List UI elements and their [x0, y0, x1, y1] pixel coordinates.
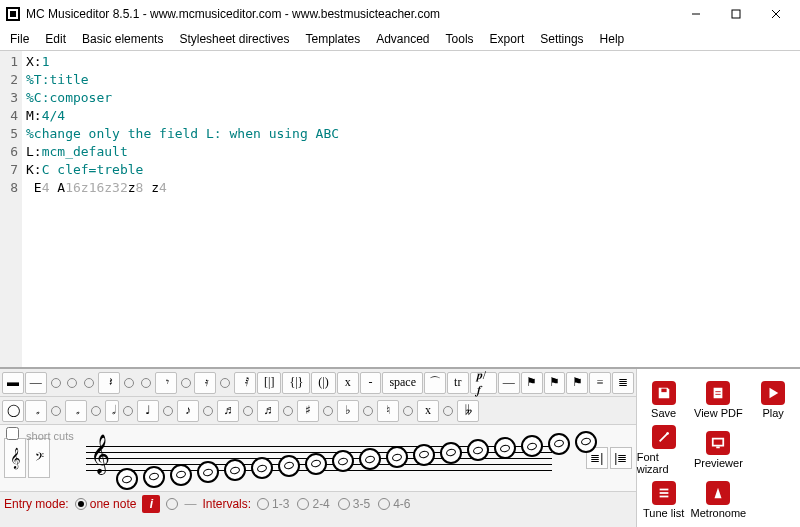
palette-btn-row2-20[interactable]: [400, 400, 416, 422]
palette-btn-row1-1[interactable]: —: [25, 372, 47, 394]
menu-edit[interactable]: Edit: [37, 30, 74, 48]
palette-btn-row2-4[interactable]: [88, 400, 104, 422]
menu-help[interactable]: Help: [592, 30, 633, 48]
code-area[interactable]: X:1%T:title%C:composerM:4/4%change only …: [22, 51, 800, 367]
palette-btn-row2-7[interactable]: ♩: [137, 400, 159, 422]
menu-basic-elements[interactable]: Basic elements: [74, 30, 171, 48]
palette-btn-row2-18[interactable]: [360, 400, 376, 422]
staff-note-9[interactable]: [359, 448, 381, 470]
staff-note-4[interactable]: [224, 459, 246, 481]
palette-btn-row1-15[interactable]: (|): [311, 372, 335, 394]
staff-note-11[interactable]: [413, 444, 435, 466]
palette-btn-row1-6[interactable]: [121, 372, 137, 394]
palette-btn-row2-13[interactable]: ♬: [257, 400, 279, 422]
menu-advanced[interactable]: Advanced: [368, 30, 437, 48]
palette-btn-row2-15[interactable]: ♯: [297, 400, 319, 422]
palette-btn-row1-8[interactable]: 𝄾: [155, 372, 177, 394]
interval-option-4-6[interactable]: 4-6: [378, 497, 410, 511]
palette-btn-row2-1[interactable]: 𝅗: [25, 400, 47, 422]
staff-note-5[interactable]: [251, 457, 273, 479]
fontwizard-button[interactable]: Font wizard: [637, 425, 691, 475]
palette-btn-row1-21[interactable]: 𝆏/𝆑: [470, 372, 497, 394]
palette-btn-row2-17[interactable]: ♭: [337, 400, 359, 422]
palette-btn-row2-23[interactable]: 𝄫: [457, 400, 479, 422]
staff-note-1[interactable]: [143, 466, 165, 488]
menu-file[interactable]: File: [2, 30, 37, 48]
play-button[interactable]: Play: [746, 375, 800, 425]
maximize-button[interactable]: [716, 0, 756, 28]
palette-btn-row2-9[interactable]: ♪: [177, 400, 199, 422]
palette-btn-row1-3[interactable]: [65, 372, 81, 394]
palette-btn-row1-19[interactable]: ⌒: [424, 372, 446, 394]
palette-btn-row1-16[interactable]: x: [337, 372, 359, 394]
staff-layout-button-2[interactable]: |≣: [610, 447, 632, 469]
palette-btn-row1-10[interactable]: 𝄿: [194, 372, 216, 394]
staff-note-10[interactable]: [386, 446, 408, 468]
palette-btn-row1-7[interactable]: [138, 372, 154, 394]
menu-export[interactable]: Export: [482, 30, 533, 48]
staff-note-17[interactable]: [575, 431, 597, 453]
entry-mode-one-note[interactable]: one note: [75, 497, 137, 511]
palette-btn-row2-14[interactable]: [280, 400, 296, 422]
shortcuts-check-input[interactable]: [6, 427, 19, 440]
staff-note-14[interactable]: [494, 437, 516, 459]
interval-option-1-3[interactable]: 1-3: [257, 497, 289, 511]
palette-btn-row2-10[interactable]: [200, 400, 216, 422]
staff[interactable]: 𝄞: [56, 432, 582, 484]
palette-btn-row1-0[interactable]: ▬: [2, 372, 24, 394]
palette-btn-row2-5[interactable]: 𝅗𝅥: [105, 400, 119, 422]
staff-note-3[interactable]: [197, 461, 219, 483]
staff-note-0[interactable]: [116, 468, 138, 490]
palette-btn-row1-23[interactable]: ⚑: [521, 372, 543, 394]
bass-clef-button[interactable]: 𝄢: [28, 438, 50, 478]
staff-note-15[interactable]: [521, 435, 543, 457]
palette-btn-row1-20[interactable]: tr: [447, 372, 469, 394]
palette-btn-row2-6[interactable]: [120, 400, 136, 422]
viewpdf-button[interactable]: View PDF: [691, 375, 747, 425]
menu-settings[interactable]: Settings: [532, 30, 591, 48]
palette-btn-row2-22[interactable]: [440, 400, 456, 422]
palette-btn-row2-3[interactable]: 𝅗: [65, 400, 87, 422]
entry-info-button[interactable]: i: [142, 495, 160, 513]
editor[interactable]: 12345678 X:1%T:title%C:composerM:4/4%cha…: [0, 50, 800, 367]
staff-note-12[interactable]: [440, 442, 462, 464]
palette-btn-row1-22[interactable]: —: [498, 372, 520, 394]
interval-option-3-5[interactable]: 3-5: [338, 497, 370, 511]
palette-btn-row1-13[interactable]: [|]: [257, 372, 281, 394]
tunelist-button[interactable]: Tune list: [637, 475, 691, 525]
palette-btn-row1-11[interactable]: [217, 372, 233, 394]
treble-clef-button[interactable]: 𝄞: [4, 438, 26, 478]
palette-btn-row2-0[interactable]: ◯: [2, 400, 24, 422]
palette-btn-row2-16[interactable]: [320, 400, 336, 422]
palette-btn-row2-11[interactable]: ♬: [217, 400, 239, 422]
palette-btn-row1-9[interactable]: [178, 372, 194, 394]
palette-btn-row1-12[interactable]: 𝅀: [234, 372, 256, 394]
palette-btn-row2-2[interactable]: [48, 400, 64, 422]
palette-btn-row1-24[interactable]: ⚑: [544, 372, 566, 394]
save-button[interactable]: Save: [637, 375, 691, 425]
palette-btn-row1-14[interactable]: {|}: [282, 372, 310, 394]
menu-stylesheet-directives[interactable]: Stylesheet directives: [171, 30, 297, 48]
minimize-button[interactable]: [676, 0, 716, 28]
palette-btn-row2-21[interactable]: x: [417, 400, 439, 422]
previewer-button[interactable]: Previewer: [691, 425, 747, 475]
menu-templates[interactable]: Templates: [297, 30, 368, 48]
palette-btn-row1-5[interactable]: 𝄽: [98, 372, 120, 394]
palette-btn-row2-8[interactable]: [160, 400, 176, 422]
palette-btn-row1-4[interactable]: [81, 372, 97, 394]
staff-note-2[interactable]: [170, 464, 192, 486]
palette-btn-row2-19[interactable]: ♮: [377, 400, 399, 422]
interval-option-2-4[interactable]: 2-4: [297, 497, 329, 511]
staff-note-6[interactable]: [278, 455, 300, 477]
close-button[interactable]: [756, 0, 796, 28]
palette-btn-row1-27[interactable]: ≣: [612, 372, 634, 394]
entry-mode-radio-b[interactable]: [166, 498, 178, 510]
palette-btn-row1-2[interactable]: [48, 372, 64, 394]
palette-btn-row1-26[interactable]: ≡: [589, 372, 611, 394]
palette-btn-row1-17[interactable]: -: [360, 372, 382, 394]
menu-tools[interactable]: Tools: [438, 30, 482, 48]
staff-note-7[interactable]: [305, 453, 327, 475]
palette-btn-row1-18[interactable]: space: [382, 372, 423, 394]
palette-btn-row1-25[interactable]: ⚑: [566, 372, 588, 394]
metronome-button[interactable]: Metronome: [691, 475, 747, 525]
